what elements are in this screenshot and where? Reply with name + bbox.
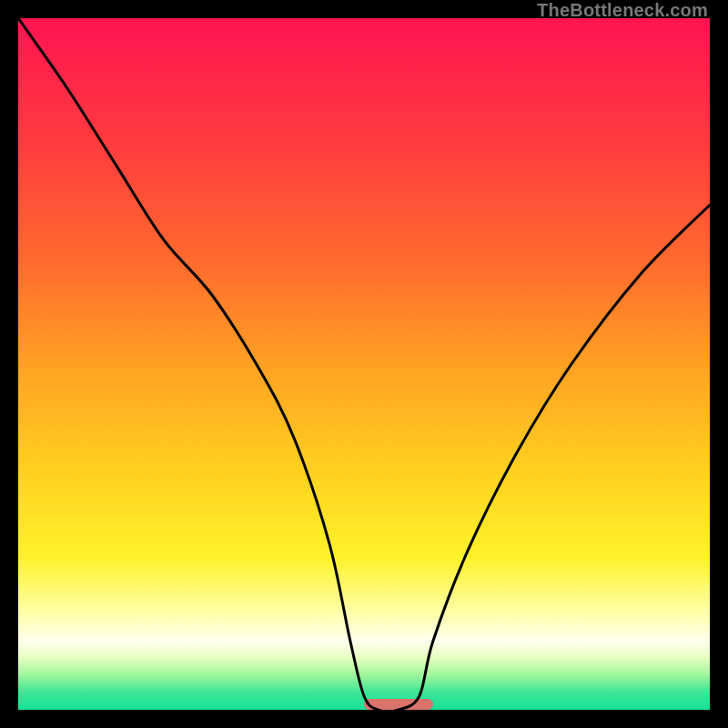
bottleneck-curve bbox=[18, 18, 710, 710]
plot-area bbox=[18, 18, 710, 710]
chart-frame: TheBottleneck.com bbox=[0, 0, 728, 728]
watermark-text: TheBottleneck.com bbox=[537, 0, 708, 21]
